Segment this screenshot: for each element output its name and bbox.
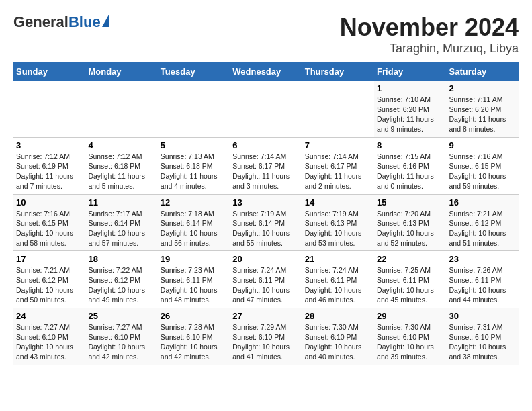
day-number: 26 [161,311,227,321]
calendar-cell: 25Sunrise: 7:27 AM Sunset: 6:10 PM Dayli… [85,308,157,365]
day-info: Sunrise: 7:22 AM Sunset: 6:12 PM Dayligh… [88,265,154,305]
day-number: 9 [449,140,516,150]
day-info: Sunrise: 7:18 AM Sunset: 6:14 PM Dayligh… [161,209,227,248]
calendar-cell: 29Sunrise: 7:30 AM Sunset: 6:10 PM Dayli… [374,308,446,365]
calendar-cell: 4Sunrise: 7:12 AM Sunset: 6:18 PM Daylig… [85,137,157,194]
weekday-header-monday: Monday [85,62,157,81]
day-info: Sunrise: 7:24 AM Sunset: 6:11 PM Dayligh… [305,265,371,305]
calendar-cell: 30Sunrise: 7:31 AM Sunset: 6:10 PM Dayli… [447,308,519,365]
day-info: Sunrise: 7:17 AM Sunset: 6:14 PM Dayligh… [88,209,154,248]
calendar-cell: 18Sunrise: 7:22 AM Sunset: 6:12 PM Dayli… [85,251,157,308]
calendar-cell: 20Sunrise: 7:24 AM Sunset: 6:11 PM Dayli… [230,251,302,308]
calendar-cell: 22Sunrise: 7:25 AM Sunset: 6:11 PM Dayli… [374,251,446,308]
day-info: Sunrise: 7:19 AM Sunset: 6:13 PM Dayligh… [305,209,371,248]
calendar-cell: 12Sunrise: 7:18 AM Sunset: 6:14 PM Dayli… [158,194,230,251]
title-block: November 2024 Taraghin, Murzuq, Libya [340,13,519,56]
weekday-header-thursday: Thursday [302,62,374,81]
page-header: GeneralBlue November 2024 Taraghin, Murz… [13,13,519,56]
logo-triangle-icon [102,15,109,27]
day-number: 3 [16,140,83,150]
calendar-cell [230,81,302,137]
day-number: 19 [161,254,227,264]
calendar-cell: 16Sunrise: 7:21 AM Sunset: 6:12 PM Dayli… [447,194,519,251]
day-number: 11 [88,197,154,208]
day-info: Sunrise: 7:20 AM Sunset: 6:13 PM Dayligh… [377,209,443,248]
logo: GeneralBlue [13,13,109,31]
day-number: 13 [232,197,299,208]
day-number: 17 [16,254,83,264]
day-info: Sunrise: 7:21 AM Sunset: 6:12 PM Dayligh… [16,265,83,305]
day-number: 22 [377,254,443,264]
day-info: Sunrise: 7:14 AM Sunset: 6:17 PM Dayligh… [232,152,299,191]
calendar-cell: 28Sunrise: 7:30 AM Sunset: 6:10 PM Dayli… [302,308,374,365]
day-number: 23 [449,254,516,264]
calendar-cell [85,81,157,137]
calendar-cell: 3Sunrise: 7:12 AM Sunset: 6:19 PM Daylig… [13,137,85,194]
day-info: Sunrise: 7:24 AM Sunset: 6:11 PM Dayligh… [232,265,299,305]
day-info: Sunrise: 7:23 AM Sunset: 6:11 PM Dayligh… [161,265,227,305]
day-number: 7 [305,140,371,150]
day-number: 12 [161,197,227,208]
calendar-cell: 19Sunrise: 7:23 AM Sunset: 6:11 PM Dayli… [158,251,230,308]
day-number: 15 [377,197,443,208]
logo-blue: Blue [69,13,101,31]
calendar-cell: 23Sunrise: 7:26 AM Sunset: 6:11 PM Dayli… [447,251,519,308]
day-number: 21 [305,254,371,264]
weekday-header-sunday: Sunday [13,62,85,81]
calendar-cell: 24Sunrise: 7:27 AM Sunset: 6:10 PM Dayli… [13,308,85,365]
calendar-cell: 14Sunrise: 7:19 AM Sunset: 6:13 PM Dayli… [302,194,374,251]
calendar-week-row: 17Sunrise: 7:21 AM Sunset: 6:12 PM Dayli… [13,251,519,308]
day-number: 20 [232,254,299,264]
calendar-cell: 15Sunrise: 7:20 AM Sunset: 6:13 PM Dayli… [374,194,446,251]
calendar-cell: 10Sunrise: 7:16 AM Sunset: 6:15 PM Dayli… [13,194,85,251]
calendar-cell: 9Sunrise: 7:16 AM Sunset: 6:15 PM Daylig… [447,137,519,194]
logo-text: GeneralBlue [13,13,109,31]
calendar-cell: 13Sunrise: 7:19 AM Sunset: 6:14 PM Dayli… [230,194,302,251]
day-info: Sunrise: 7:29 AM Sunset: 6:10 PM Dayligh… [232,322,299,362]
weekday-header-row: SundayMondayTuesdayWednesdayThursdayFrid… [13,62,519,81]
calendar-cell: 26Sunrise: 7:28 AM Sunset: 6:10 PM Dayli… [158,308,230,365]
day-info: Sunrise: 7:30 AM Sunset: 6:10 PM Dayligh… [305,322,371,362]
day-info: Sunrise: 7:26 AM Sunset: 6:11 PM Dayligh… [449,265,516,305]
weekday-header-saturday: Saturday [447,62,519,81]
calendar-table: SundayMondayTuesdayWednesdayThursdayFrid… [13,62,519,365]
calendar-cell: 8Sunrise: 7:15 AM Sunset: 6:16 PM Daylig… [374,137,446,194]
day-number: 5 [161,140,227,150]
calendar-cell: 7Sunrise: 7:14 AM Sunset: 6:17 PM Daylig… [302,137,374,194]
location: Taraghin, Murzuq, Libya [340,42,519,56]
calendar-cell: 27Sunrise: 7:29 AM Sunset: 6:10 PM Dayli… [230,308,302,365]
calendar-cell: 11Sunrise: 7:17 AM Sunset: 6:14 PM Dayli… [85,194,157,251]
calendar-cell [13,81,85,137]
day-number: 1 [377,83,443,93]
day-info: Sunrise: 7:28 AM Sunset: 6:10 PM Dayligh… [161,322,227,362]
day-number: 4 [88,140,154,150]
calendar-cell: 5Sunrise: 7:13 AM Sunset: 6:18 PM Daylig… [158,137,230,194]
day-number: 16 [449,197,516,208]
calendar-week-row: 10Sunrise: 7:16 AM Sunset: 6:15 PM Dayli… [13,194,519,251]
calendar-cell [158,81,230,137]
day-number: 25 [88,311,154,321]
calendar-week-row: 3Sunrise: 7:12 AM Sunset: 6:19 PM Daylig… [13,137,519,194]
day-info: Sunrise: 7:27 AM Sunset: 6:10 PM Dayligh… [88,322,154,362]
day-number: 24 [16,311,83,321]
calendar-cell: 17Sunrise: 7:21 AM Sunset: 6:12 PM Dayli… [13,251,85,308]
day-info: Sunrise: 7:15 AM Sunset: 6:16 PM Dayligh… [377,152,443,191]
day-info: Sunrise: 7:19 AM Sunset: 6:14 PM Dayligh… [232,209,299,248]
day-number: 18 [88,254,154,264]
weekday-header-wednesday: Wednesday [230,62,302,81]
day-info: Sunrise: 7:27 AM Sunset: 6:10 PM Dayligh… [16,322,83,362]
day-info: Sunrise: 7:14 AM Sunset: 6:17 PM Dayligh… [305,152,371,191]
day-info: Sunrise: 7:25 AM Sunset: 6:11 PM Dayligh… [377,265,443,305]
calendar-week-row: 24Sunrise: 7:27 AM Sunset: 6:10 PM Dayli… [13,308,519,365]
day-info: Sunrise: 7:31 AM Sunset: 6:10 PM Dayligh… [449,322,516,362]
day-number: 14 [305,197,371,208]
day-number: 10 [16,197,83,208]
calendar-cell: 2Sunrise: 7:11 AM Sunset: 6:20 PM Daylig… [447,81,519,137]
day-number: 28 [305,311,371,321]
day-number: 27 [232,311,299,321]
day-info: Sunrise: 7:30 AM Sunset: 6:10 PM Dayligh… [377,322,443,362]
calendar-cell [302,81,374,137]
day-info: Sunrise: 7:11 AM Sunset: 6:20 PM Dayligh… [449,95,516,134]
month-title: November 2024 [340,13,519,42]
calendar-cell: 21Sunrise: 7:24 AM Sunset: 6:11 PM Dayli… [302,251,374,308]
